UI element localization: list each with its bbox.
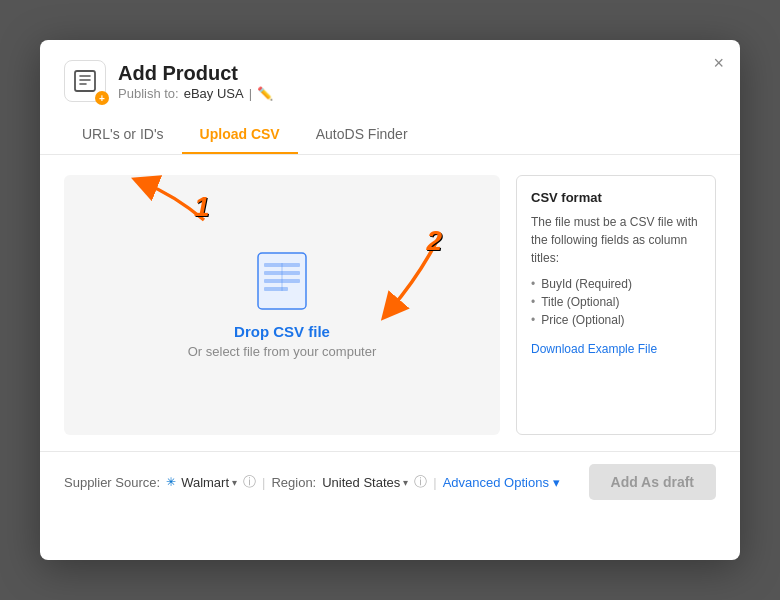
region-value: United States xyxy=(322,475,400,490)
advanced-options-label: Advanced Options xyxy=(443,475,549,490)
edit-icon[interactable]: ✏️ xyxy=(257,86,273,101)
page-title: Add Product xyxy=(118,62,273,85)
publish-separator: | xyxy=(249,86,252,101)
tab-autods-finder[interactable]: AutoDS Finder xyxy=(298,116,426,154)
csv-fields-list: BuyId (Required) Title (Optional) Price … xyxy=(531,275,701,329)
download-example-link[interactable]: Download Example File xyxy=(531,342,657,356)
csv-format-title: CSV format xyxy=(531,190,701,205)
publish-value: eBay USA xyxy=(184,86,244,101)
supplier-chevron-icon: ▾ xyxy=(232,477,237,488)
list-item: Title (Optional) xyxy=(531,293,701,311)
footer-left: Supplier Source: ✳ Walmart ▾ ⓘ | Region:… xyxy=(64,473,560,491)
csv-file-icon xyxy=(256,251,308,311)
csv-format-description: The file must be a CSV file with the fol… xyxy=(531,213,701,267)
close-button[interactable]: × xyxy=(713,54,724,72)
svg-rect-5 xyxy=(264,287,288,291)
add-as-draft-button[interactable]: Add As draft xyxy=(589,464,716,500)
tab-urls[interactable]: URL's or ID's xyxy=(64,116,182,154)
supplier-select[interactable]: ✳ Walmart ▾ xyxy=(166,475,237,490)
modal-header: + Add Product Publish to: eBay USA | ✏️ … xyxy=(40,40,740,155)
upload-area[interactable]: 1 2 xyxy=(64,175,500,435)
csv-info-panel: CSV format The file must be a CSV file w… xyxy=(516,175,716,435)
drop-csv-label[interactable]: Drop CSV file xyxy=(234,323,330,340)
tab-upload-csv[interactable]: Upload CSV xyxy=(182,116,298,154)
supplier-value: Walmart xyxy=(181,475,229,490)
or-select-text: Or select file from your computer xyxy=(188,344,377,359)
supplier-label: Supplier Source: xyxy=(64,475,160,490)
product-icon: + xyxy=(64,60,106,102)
svg-rect-0 xyxy=(75,71,95,91)
add-product-modal: × + Add Product Publish to: eBay USA | ✏… xyxy=(40,40,740,560)
advanced-options-toggle[interactable]: Advanced Options ▾ xyxy=(443,475,560,490)
annotation-1: 1 xyxy=(194,193,210,221)
footer-bar: Supplier Source: ✳ Walmart ▾ ⓘ | Region:… xyxy=(40,451,740,512)
supplier-info-icon[interactable]: ⓘ xyxy=(243,473,256,491)
tabs: URL's or ID's Upload CSV AutoDS Finder xyxy=(64,116,716,154)
list-item: BuyId (Required) xyxy=(531,275,701,293)
advanced-options-chevron-icon: ▾ xyxy=(553,475,560,490)
region-label: Region: xyxy=(271,475,316,490)
annotation-2: 2 xyxy=(426,227,442,255)
region-select[interactable]: United States ▾ xyxy=(322,475,408,490)
plus-badge: + xyxy=(95,91,109,105)
list-item: Price (Optional) xyxy=(531,311,701,329)
region-info-icon[interactable]: ⓘ xyxy=(414,473,427,491)
region-chevron-icon: ▾ xyxy=(403,477,408,488)
publish-label: Publish to: xyxy=(118,86,179,101)
walmart-icon: ✳ xyxy=(166,475,176,489)
divider-2: | xyxy=(433,475,436,490)
modal-body: 1 2 xyxy=(40,155,740,451)
divider: | xyxy=(262,475,265,490)
